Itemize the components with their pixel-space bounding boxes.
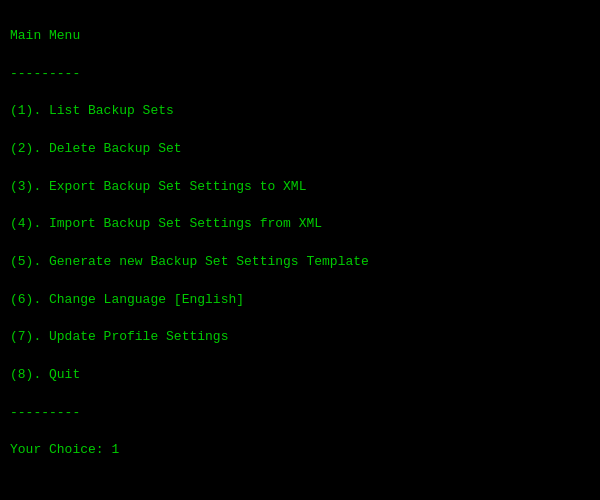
menu-item-4[interactable]: (4). Import Backup Set Settings from XML: [10, 216, 322, 231]
menu-item-6[interactable]: (6). Change Language [English]: [10, 292, 244, 307]
choice-1-prompt: Your Choice: 1: [10, 442, 119, 457]
menu-item-1[interactable]: (1). List Backup Sets: [10, 103, 174, 118]
menu-item-7[interactable]: (7). Update Profile Settings: [10, 329, 228, 344]
divider-2: ---------: [10, 405, 80, 420]
menu-item-8[interactable]: (8). Quit: [10, 367, 80, 382]
menu-item-2[interactable]: (2). Delete Backup Set: [10, 141, 182, 156]
menu-item-5[interactable]: (5). Generate new Backup Set Settings Te…: [10, 254, 369, 269]
main-menu-title: Main Menu: [10, 28, 80, 43]
terminal-window: Main Menu --------- (1). List Backup Set…: [10, 8, 590, 500]
divider-1: ---------: [10, 66, 80, 81]
menu-item-3[interactable]: (3). Export Backup Set Settings to XML: [10, 179, 306, 194]
